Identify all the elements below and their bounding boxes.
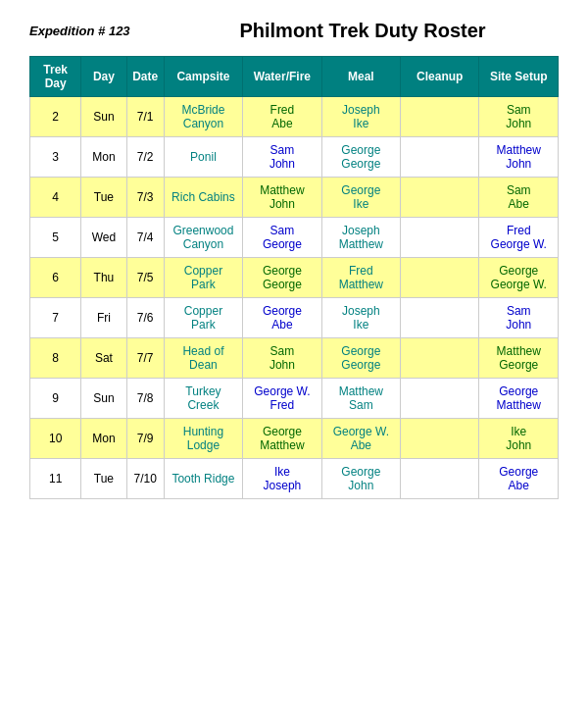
table-cell <box>401 258 479 298</box>
table-cell: GeorgeGeorge W. <box>479 258 559 298</box>
table-cell: George W.Abe <box>321 419 400 459</box>
table-row: 5Wed7/4GreenwoodCanyonSamGeorgeJosephMat… <box>30 218 559 258</box>
table-cell: 8 <box>30 338 81 379</box>
table-cell: Mon <box>81 137 126 178</box>
table-cell: 7 <box>30 298 81 338</box>
table-row: 7Fri7/6CopperParkGeorgeAbeJosephIkeSamJo… <box>30 298 559 338</box>
col-header-day: Day <box>81 57 126 97</box>
table-cell: 4 <box>30 178 81 218</box>
table-cell: 7/5 <box>126 258 164 298</box>
table-cell: 7/1 <box>126 97 164 137</box>
table-cell: McBrideCanyon <box>164 97 242 137</box>
table-cell: GeorgeGeorge <box>321 338 400 379</box>
table-cell: MatthewSam <box>321 379 400 419</box>
table-cell: George W.Fred <box>243 379 321 419</box>
table-cell: Tooth Ridge <box>164 459 242 499</box>
table-cell: CopperPark <box>164 258 242 298</box>
duty-roster-table: Trek Day Day Date Campsite Water/Fire Me… <box>29 56 559 499</box>
table-cell: SamJohn <box>479 298 559 338</box>
header-area: Expedition # 123 Philmont Trek Duty Rost… <box>29 20 559 42</box>
col-header-date: Date <box>126 57 164 97</box>
table-cell: SamJohn <box>479 97 559 137</box>
table-cell: 7/6 <box>126 298 164 338</box>
table-row: 2Sun7/1McBrideCanyonFredAbeJosephIkeSamJ… <box>30 97 559 137</box>
table-cell: 10 <box>30 419 81 459</box>
table-cell: 7/4 <box>126 218 164 258</box>
table-cell: 7/2 <box>126 137 164 178</box>
table-cell <box>401 459 479 499</box>
table-cell: HuntingLodge <box>164 419 242 459</box>
table-cell: 7/9 <box>126 419 164 459</box>
table-header-row: Trek Day Day Date Campsite Water/Fire Me… <box>30 57 559 97</box>
table-cell: MatthewJohn <box>479 137 559 178</box>
table-cell: Tue <box>81 178 126 218</box>
table-cell <box>401 419 479 459</box>
table-row: 10Mon7/9HuntingLodgeGeorgeMatthewGeorge … <box>30 419 559 459</box>
table-cell: Sat <box>81 338 126 379</box>
table-cell: FredMatthew <box>321 258 400 298</box>
table-cell <box>401 137 479 178</box>
table-cell: GeorgeJohn <box>321 459 400 499</box>
table-cell <box>401 298 479 338</box>
col-header-water: Water/Fire <box>243 57 321 97</box>
table-cell: Head ofDean <box>164 338 242 379</box>
table-cell: 2 <box>30 97 81 137</box>
table-cell: GeorgeAbe <box>479 459 559 499</box>
table-cell: IkeJoseph <box>243 459 321 499</box>
table-cell: GeorgeGeorge <box>243 258 321 298</box>
table-cell: JosephMatthew <box>321 218 400 258</box>
table-row: 6Thu7/5CopperParkGeorgeGeorgeFredMatthew… <box>30 258 559 298</box>
table-cell: SamJohn <box>243 338 321 379</box>
table-cell: 11 <box>30 459 81 499</box>
table-cell: TurkeyCreek <box>164 379 242 419</box>
table-cell: 7/7 <box>126 338 164 379</box>
table-cell: SamGeorge <box>243 218 321 258</box>
table-cell: SamAbe <box>479 178 559 218</box>
table-cell: Sun <box>81 97 126 137</box>
table-cell: GeorgeAbe <box>243 298 321 338</box>
table-cell: FredGeorge W. <box>479 218 559 258</box>
table-cell: 3 <box>30 137 81 178</box>
table-cell: FredAbe <box>243 97 321 137</box>
table-body: 2Sun7/1McBrideCanyonFredAbeJosephIkeSamJ… <box>30 97 559 499</box>
table-cell: GeorgeGeorge <box>321 137 400 178</box>
table-cell: GeorgeMatthew <box>243 419 321 459</box>
col-header-meal: Meal <box>321 57 400 97</box>
table-row: 4Tue7/3Rich CabinsMatthewJohnGeorgeIkeSa… <box>30 178 559 218</box>
table-row: 8Sat7/7Head ofDeanSamJohnGeorgeGeorgeMat… <box>30 338 559 379</box>
table-cell: GeorgeIke <box>321 178 400 218</box>
table-cell: 9 <box>30 379 81 419</box>
col-header-trekday: Trek Day <box>30 57 81 97</box>
table-cell: Rich Cabins <box>164 178 242 218</box>
table-cell: GeorgeMatthew <box>479 379 559 419</box>
table-cell: 7/8 <box>126 379 164 419</box>
table-row: 3Mon7/2PonilSamJohnGeorgeGeorgeMatthewJo… <box>30 137 559 178</box>
table-cell: 7/3 <box>126 178 164 218</box>
col-header-campsite: Campsite <box>164 57 242 97</box>
table-cell: JosephIke <box>321 298 400 338</box>
table-cell: Ponil <box>164 137 242 178</box>
table-cell: SamJohn <box>243 137 321 178</box>
table-cell: JosephIke <box>321 97 400 137</box>
table-cell: 5 <box>30 218 81 258</box>
table-cell <box>401 379 479 419</box>
table-cell: CopperPark <box>164 298 242 338</box>
table-cell: Wed <box>81 218 126 258</box>
table-cell: Mon <box>81 419 126 459</box>
col-header-cleanup: Cleanup <box>401 57 479 97</box>
table-cell: Tue <box>81 459 126 499</box>
table-cell <box>401 97 479 137</box>
table-cell: IkeJohn <box>479 419 559 459</box>
table-cell: GreenwoodCanyon <box>164 218 242 258</box>
table-cell: MatthewGeorge <box>479 338 559 379</box>
table-cell <box>401 178 479 218</box>
table-cell: Sun <box>81 379 126 419</box>
page-title: Philmont Trek Duty Roster <box>167 20 559 42</box>
col-header-setup: Site Setup <box>479 57 559 97</box>
table-cell: MatthewJohn <box>243 178 321 218</box>
expedition-label: Expedition # 123 <box>29 20 167 38</box>
table-cell: 6 <box>30 258 81 298</box>
table-cell: Thu <box>81 258 126 298</box>
table-row: 9Sun7/8TurkeyCreekGeorge W.FredMatthewSa… <box>30 379 559 419</box>
table-row: 11Tue7/10Tooth RidgeIkeJosephGeorgeJohnG… <box>30 459 559 499</box>
